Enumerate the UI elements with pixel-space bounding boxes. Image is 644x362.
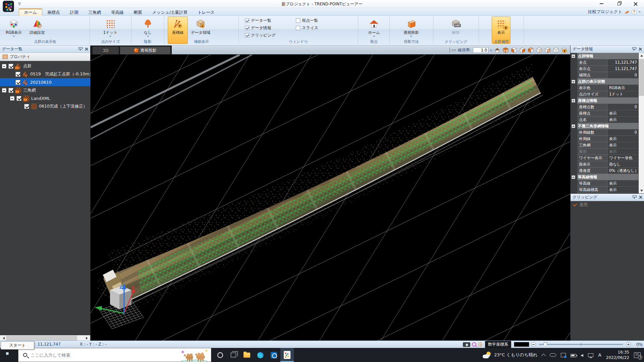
- scroll-up-arrow[interactable]: [639, 53, 644, 58]
- close-icon[interactable]: [638, 195, 643, 199]
- view-cube-iso-icon[interactable]: [552, 47, 559, 54]
- chevron-down-icon[interactable]: [639, 11, 641, 13]
- magnifier-icon[interactable]: [472, 342, 476, 347]
- view-cube-right-icon[interactable]: [519, 47, 526, 54]
- close-icon[interactable]: [638, 47, 642, 51]
- network-icon[interactable]: [588, 353, 593, 357]
- zoom-slider-handle[interactable]: [544, 342, 547, 346]
- camera-snapshot-icon[interactable]: [463, 342, 470, 347]
- viewport-tab-3d[interactable]: 3D: [93, 47, 119, 54]
- scroll-left-arrow[interactable]: [0, 335, 6, 341]
- settings-gear-icon[interactable]: [478, 342, 482, 347]
- taskbar-item-task-view[interactable]: [227, 348, 240, 362]
- taskbar-item-cortana[interactable]: [213, 348, 227, 362]
- properties-button[interactable]: プロパティ: [0, 53, 90, 61]
- horizontal-scrollbar[interactable]: [0, 335, 90, 341]
- tree-item-0519[interactable]: 0519 完成起工点群（-0.10m）: [0, 70, 90, 78]
- clipping-apply-button[interactable]: 適用: [571, 201, 644, 208]
- tree-checkbox[interactable]: [15, 72, 20, 77]
- view-cube-left-icon[interactable]: [527, 47, 534, 54]
- ime-indicator[interactable]: A: [598, 352, 601, 358]
- checkbox-data-info[interactable]: データ情報: [245, 25, 271, 31]
- scrollbar-thumb[interactable]: [6, 336, 77, 341]
- checkbox-clipping[interactable]: クリッピング: [245, 33, 276, 38]
- spinner-control[interactable]: [490, 49, 492, 52]
- rgb-display-button[interactable]: RGB表示: [3, 16, 24, 39]
- collapse-icon[interactable]: [572, 54, 575, 58]
- section-row[interactable]: 不整三角形網情報: [571, 123, 639, 129]
- start-button[interactable]: [0, 348, 17, 362]
- scroll-down-arrow[interactable]: [639, 188, 644, 193]
- checkbox-slice[interactable]: スライス: [296, 25, 318, 31]
- pin-icon[interactable]: [632, 47, 636, 51]
- tree-item-0610[interactable]: 0610完成（上下流修正）: [0, 102, 90, 110]
- section-row[interactable]: 点群情報: [571, 53, 639, 59]
- tree-checkbox[interactable]: [8, 64, 13, 69]
- weather-widget[interactable]: 23°C くもりのち晴れ: [483, 352, 537, 358]
- 3d-scene[interactable]: X Z: [91, 55, 570, 341]
- view-visibility-eye-icon[interactable]: [561, 47, 568, 54]
- taskbar-search[interactable]: [18, 348, 211, 362]
- coordinate-system-badge[interactable]: 数学座標系: [485, 341, 511, 348]
- hidden-icons-chevron[interactable]: [541, 354, 546, 358]
- viewport-tab-perspective[interactable]: 透視投影: [120, 47, 170, 54]
- snip-tool-icon[interactable]: [561, 353, 566, 357]
- scroll-right-arrow[interactable]: [85, 335, 90, 341]
- onedrive-icon[interactable]: [550, 353, 556, 357]
- zoom-slider[interactable]: [539, 344, 623, 345]
- scrollbar-thumb[interactable]: [639, 59, 644, 96]
- tree-item-20210610-selected[interactable]: 20210610: [0, 78, 90, 86]
- pin-icon[interactable]: [632, 195, 636, 199]
- collapse-icon[interactable]: [572, 124, 575, 128]
- section-row[interactable]: 等高線情報: [571, 174, 639, 180]
- vertical-scale-input[interactable]: [473, 47, 488, 53]
- collapse-toggle[interactable]: [2, 64, 6, 68]
- checkbox-view-list[interactable]: 視点一覧: [296, 18, 318, 23]
- battery-icon[interactable]: [571, 354, 576, 357]
- section-row[interactable]: 点群の表示状態: [571, 78, 639, 85]
- tree-checkbox[interactable]: [15, 80, 20, 85]
- taskbar-item-explorer[interactable]: [240, 348, 254, 362]
- view-cube-top-icon[interactable]: [502, 47, 509, 54]
- compare-project-control[interactable]: 比較プロジェクト ?: [588, 9, 641, 15]
- pin-icon[interactable]: [78, 47, 82, 51]
- view-cube-back-icon[interactable]: [536, 47, 542, 54]
- shading-none-button[interactable]: なし: [138, 16, 158, 39]
- checkbox-data-list[interactable]: データ一覧: [245, 18, 271, 23]
- background-color-swatch[interactable]: [514, 342, 529, 347]
- tree-item-pointcloud-group[interactable]: 点群: [0, 62, 90, 70]
- taskbar-item-edge[interactable]: [254, 348, 267, 362]
- speaker-icon[interactable]: [581, 354, 583, 357]
- view-cube-bottom-icon[interactable]: [544, 47, 551, 54]
- restore-button[interactable]: [611, 0, 627, 7]
- app-menu-button[interactable]: [3, 1, 14, 12]
- quick-access-caret-icon[interactable]: [17, 2, 22, 6]
- one-dot-button[interactable]: 1ドット: [100, 16, 121, 39]
- collapse-toggle[interactable]: [2, 88, 6, 93]
- tree-checkbox[interactable]: [24, 104, 29, 109]
- taskbar-item-trend-point-active[interactable]: [280, 348, 294, 362]
- tree-checkbox[interactable]: [8, 88, 13, 93]
- view-cube-front-icon[interactable]: [511, 47, 517, 54]
- zoom-in-button[interactable]: [626, 342, 631, 347]
- minimize-button[interactable]: [594, 0, 609, 7]
- tree-checkbox[interactable]: [16, 96, 21, 101]
- notification-center-icon[interactable]: 3: [634, 352, 641, 358]
- perspective-projection-button[interactable]: 透視投影: [400, 16, 423, 39]
- close-button[interactable]: [628, 0, 643, 7]
- tree-item-landxml[interactable]: LandXML: [0, 94, 90, 102]
- close-icon[interactable]: [84, 47, 89, 51]
- tree-item-tin-group[interactable]: 三角網: [0, 86, 90, 94]
- detail-settings-button[interactable]: 詳細設定: [27, 16, 48, 39]
- collapse-icon[interactable]: [572, 99, 575, 103]
- vertical-scrollbar[interactable]: [638, 53, 644, 193]
- section-row[interactable]: 座標点情報: [571, 98, 639, 104]
- zoom-out-button[interactable]: [531, 342, 536, 347]
- 3d-scene-svg[interactable]: X Z: [91, 55, 570, 341]
- search-input[interactable]: [31, 353, 158, 358]
- data-region-button[interactable]: データ領域: [189, 16, 212, 39]
- help-icon[interactable]: ?: [632, 9, 637, 14]
- collapse-icon[interactable]: [572, 175, 575, 179]
- home-view-button[interactable]: ホーム: [364, 16, 384, 39]
- collapse-icon[interactable]: [572, 80, 575, 83]
